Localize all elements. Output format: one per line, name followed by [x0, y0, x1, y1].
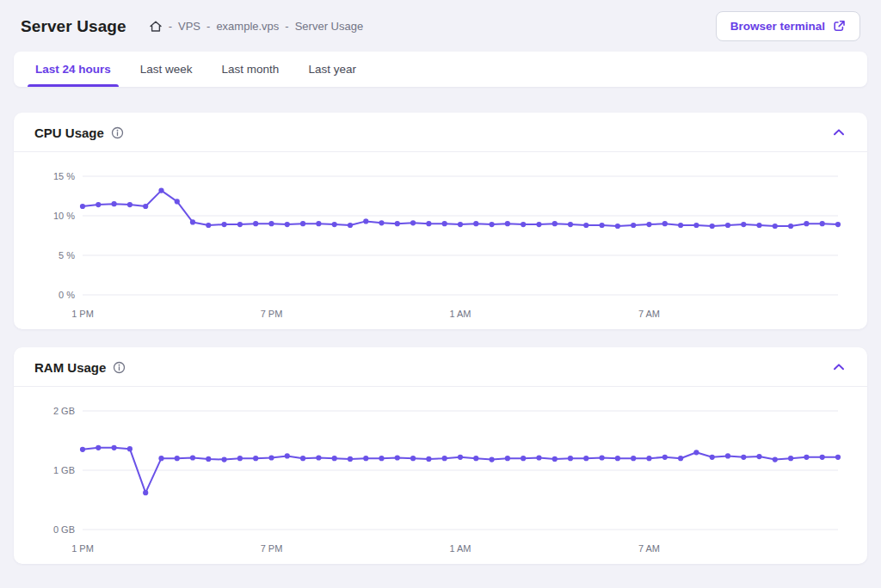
tab-last-week[interactable]: Last week: [126, 52, 207, 87]
cpu-collapse-button[interactable]: [829, 125, 848, 140]
svg-text:1 AM: 1 AM: [449, 543, 471, 554]
ram-card-title: RAM Usage: [34, 360, 106, 375]
svg-text:0 %: 0 %: [59, 290, 75, 300]
browser-terminal-label: Browser terminal: [730, 20, 825, 33]
chevron-up-icon: [833, 363, 845, 371]
cpu-usage-chart: 0 %5 %10 %15 %1 PM7 PM1 AM7 AM: [14, 152, 867, 329]
time-range-tabbar: Last 24 hours Last week Last month Last …: [14, 52, 867, 87]
tab-last-month[interactable]: Last month: [207, 52, 294, 87]
page-header: Server Usage - VPS - example.vps - Serve…: [0, 0, 881, 50]
tab-last-24-hours[interactable]: Last 24 hours: [21, 52, 126, 87]
svg-text:7 PM: 7 PM: [261, 309, 283, 319]
browser-terminal-button[interactable]: Browser terminal: [716, 11, 860, 41]
svg-text:7 AM: 7 AM: [638, 543, 660, 554]
breadcrumb-item-current: Server Usage: [295, 20, 363, 33]
breadcrumb-separator: -: [169, 20, 172, 33]
home-icon[interactable]: [149, 20, 163, 34]
external-link-icon: [833, 20, 846, 33]
page-title: Server Usage: [21, 17, 126, 36]
breadcrumb: - VPS - example.vps - Server Usage: [149, 20, 364, 34]
svg-text:2 GB: 2 GB: [53, 406, 75, 416]
cpu-usage-card: CPU Usage 0 %5 %10 %15 %1 PM7 PM1 AM7 AM: [14, 113, 867, 329]
breadcrumb-item-hostname[interactable]: example.vps: [216, 20, 279, 33]
svg-text:1 PM: 1 PM: [71, 543, 94, 554]
cpu-card-title: CPU Usage: [34, 126, 104, 140]
svg-text:1 PM: 1 PM: [71, 309, 94, 319]
chevron-up-icon: [833, 128, 845, 137]
breadcrumb-item-vps[interactable]: VPS: [178, 20, 200, 33]
svg-text:7 PM: 7 PM: [261, 543, 283, 554]
svg-text:1 GB: 1 GB: [53, 465, 75, 475]
breadcrumb-separator: -: [206, 20, 210, 33]
ram-usage-chart: 0 GB1 GB2 GB1 PM7 PM1 AM7 AM: [14, 387, 867, 564]
ram-card-header: RAM Usage: [14, 347, 867, 387]
ram-usage-card: RAM Usage 0 GB1 GB2 GB1 PM7 PM1 AM7 AM: [14, 347, 867, 564]
cpu-card-header: CPU Usage: [14, 113, 867, 152]
ram-collapse-button[interactable]: [829, 359, 848, 375]
svg-text:15 %: 15 %: [53, 171, 75, 181]
svg-text:1 AM: 1 AM: [449, 309, 471, 319]
svg-text:5 %: 5 %: [59, 250, 75, 260]
breadcrumb-separator: -: [285, 20, 288, 33]
svg-text:10 %: 10 %: [53, 211, 75, 221]
info-icon[interactable]: [111, 126, 124, 139]
info-icon[interactable]: [113, 361, 126, 374]
svg-text:0 GB: 0 GB: [53, 524, 75, 535]
tab-last-year[interactable]: Last year: [293, 52, 371, 87]
svg-text:7 AM: 7 AM: [638, 309, 660, 319]
